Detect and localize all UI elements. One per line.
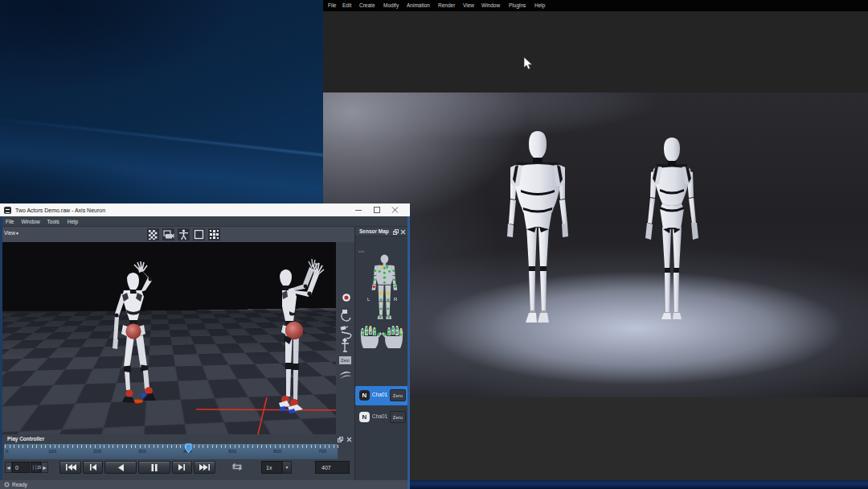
svg-text:L: L	[367, 297, 371, 302]
svg-text:Zero: Zero	[341, 358, 350, 363]
svg-text:R: R	[394, 297, 398, 302]
